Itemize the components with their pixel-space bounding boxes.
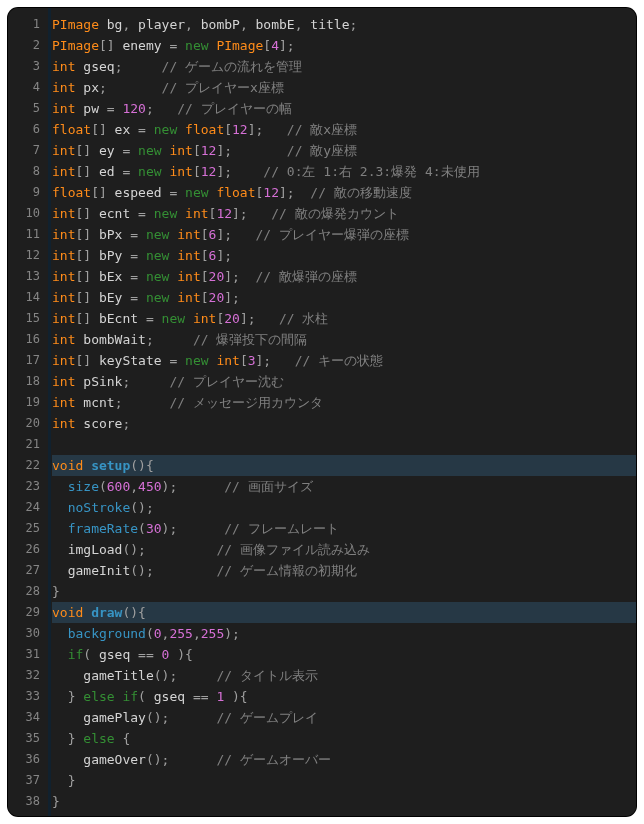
token-ident: gseq: [146, 689, 193, 704]
code-line[interactable]: void setup(){: [52, 455, 636, 476]
line-number: 15: [12, 308, 40, 329]
token-ident: ed: [91, 164, 122, 179]
code-line[interactable]: int[] bEcnt = new int[20]; // 水柱: [52, 308, 636, 329]
code-line[interactable]: size(600,450); // 画面サイズ: [52, 476, 636, 497]
token-comment: // 敵爆弾の座標: [256, 269, 357, 284]
code-line[interactable]: PImage[] enemy = new PImage[4];: [52, 35, 636, 56]
token-op: ){: [232, 689, 248, 704]
token-op: ();: [122, 542, 216, 557]
token-op: }: [68, 773, 76, 788]
token-ident: [185, 311, 193, 326]
token-func: setup: [91, 458, 130, 473]
token-comment: // プレイヤー爆弾の座標: [256, 227, 409, 242]
token-num: 20: [209, 269, 225, 284]
code-line[interactable]: }: [52, 770, 636, 791]
token-keyword: new: [162, 311, 185, 326]
code-line[interactable]: }: [52, 791, 636, 812]
token-comment: // 0:左 1:右 2.3:爆発 4:未使用: [263, 164, 479, 179]
token-keyword: new: [154, 122, 177, 137]
token-call: background: [68, 626, 146, 641]
code-line[interactable]: int pw = 120; // プレイヤーの幅: [52, 98, 636, 119]
token-call: size: [68, 479, 99, 494]
code-line[interactable]: } else if( gseq == 1 ){: [52, 686, 636, 707]
token-ident: gameInit: [52, 563, 130, 578]
token-type: float: [185, 122, 224, 137]
line-number: 3: [12, 56, 40, 77]
code-line[interactable]: background(0,255,255);: [52, 623, 636, 644]
token-num: 255: [169, 626, 192, 641]
line-number: 35: [12, 728, 40, 749]
code-line[interactable]: int[] bPy = new int[6];: [52, 245, 636, 266]
code-line[interactable]: int pSink; // プレイヤー沈む: [52, 371, 636, 392]
token-num: 4: [271, 38, 279, 53]
code-line[interactable]: int[] bEx = new int[20]; // 敵爆弾の座標: [52, 266, 636, 287]
token-type: int: [52, 311, 75, 326]
code-line[interactable]: }: [52, 581, 636, 602]
token-ident: [224, 689, 232, 704]
code-line[interactable]: } else {: [52, 728, 636, 749]
code-line[interactable]: int[] keyState = new int[3]; // キーの状態: [52, 350, 636, 371]
token-comment: // 敵y座標: [287, 143, 357, 158]
code-line[interactable]: int mcnt; // メッセージ用カウンタ: [52, 392, 636, 413]
token-ident: gameTitle: [52, 668, 154, 683]
token-op: [: [224, 122, 232, 137]
token-op: (){: [130, 458, 153, 473]
code-line[interactable]: frameRate(30); // フレームレート: [52, 518, 636, 539]
code-line[interactable]: noStroke();: [52, 497, 636, 518]
line-number: 22: [12, 455, 40, 476]
code-line[interactable]: int[] bPx = new int[6]; // プレイヤー爆弾の座標: [52, 224, 636, 245]
code-line[interactable]: imgLoad(); // 画像ファイル読み込み: [52, 539, 636, 560]
code-editor[interactable]: 1234567891011121314151617181920212223242…: [8, 8, 636, 816]
token-op: }: [52, 584, 60, 599]
code-area[interactable]: PImage bg, player, bombP, bombE, title;P…: [48, 8, 636, 816]
code-line[interactable]: void draw(){: [52, 602, 636, 623]
token-comment: // 敵x座標: [287, 122, 357, 137]
token-type: float: [52, 185, 91, 200]
code-line[interactable]: int[] bEy = new int[20];: [52, 287, 636, 308]
code-line[interactable]: float[] espeed = new float[12]; // 敵の移動速…: [52, 182, 636, 203]
token-comment: // フレームレート: [224, 521, 338, 536]
line-number: 25: [12, 518, 40, 539]
code-line[interactable]: int[] ed = new int[12]; // 0:左 1:右 2.3:爆…: [52, 161, 636, 182]
token-ident: [177, 122, 185, 137]
code-line[interactable]: int px; // プレイヤーx座標: [52, 77, 636, 98]
token-op: ;: [122, 416, 130, 431]
token-keyword: new: [154, 206, 177, 221]
token-type: void: [52, 605, 83, 620]
token-op: ];: [279, 38, 295, 53]
token-op: (: [99, 479, 107, 494]
code-line[interactable]: int gseq; // ゲームの流れを管理: [52, 56, 636, 77]
token-ident: ecnt: [91, 206, 138, 221]
line-number: 37: [12, 770, 40, 791]
code-line[interactable]: gameInit(); // ゲーム情報の初期化: [52, 560, 636, 581]
token-op: =: [169, 185, 185, 200]
token-keyword: new: [146, 248, 169, 263]
token-op: [: [240, 353, 248, 368]
token-comment: // タイトル表示: [216, 668, 317, 683]
token-ident: [52, 689, 68, 704]
code-line[interactable]: [52, 434, 636, 455]
code-line[interactable]: int bombWait; // 爆弾投下の間隔: [52, 329, 636, 350]
code-line[interactable]: int score;: [52, 413, 636, 434]
token-comment: // メッセージ用カウンタ: [169, 395, 322, 410]
code-line[interactable]: int[] ey = new int[12]; // 敵y座標: [52, 140, 636, 161]
token-op: ];: [248, 122, 287, 137]
token-op: []: [91, 185, 107, 200]
token-ident: [52, 500, 68, 515]
code-line[interactable]: gameOver(); // ゲームオーバー: [52, 749, 636, 770]
token-type: PImage: [52, 17, 99, 32]
code-line[interactable]: gameTitle(); // タイトル表示: [52, 665, 636, 686]
code-line[interactable]: if( gseq == 0 ){: [52, 644, 636, 665]
code-line[interactable]: float[] ex = new float[12]; // 敵x座標: [52, 119, 636, 140]
token-comment: // プレイヤーx座標: [162, 80, 284, 95]
code-line[interactable]: gamePlay(); // ゲームプレイ: [52, 707, 636, 728]
token-ident: [52, 647, 68, 662]
token-ident: [52, 479, 68, 494]
code-line[interactable]: PImage bg, player, bombP, bombE, title;: [52, 14, 636, 35]
token-keyword: new: [185, 38, 208, 53]
line-number-gutter: 1234567891011121314151617181920212223242…: [8, 8, 48, 816]
token-op: []: [75, 227, 91, 242]
token-ident: score: [75, 416, 122, 431]
line-number: 27: [12, 560, 40, 581]
code-line[interactable]: int[] ecnt = new int[12]; // 敵の爆発カウント: [52, 203, 636, 224]
